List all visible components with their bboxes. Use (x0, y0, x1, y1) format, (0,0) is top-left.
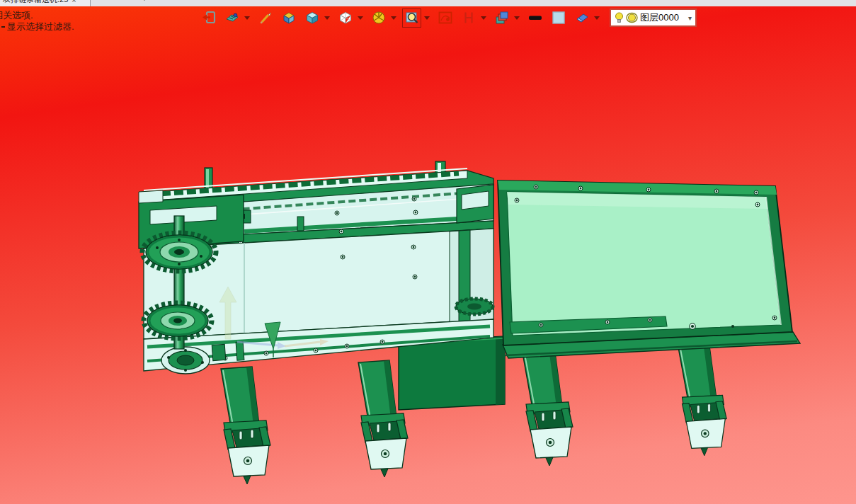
view-orientation-icon[interactable] (224, 10, 240, 26)
shaded-view-icon[interactable] (304, 10, 320, 26)
color-swatch-icon[interactable] (550, 10, 566, 26)
dropdown-arrow-icon[interactable] (324, 16, 330, 20)
dropdown-arrow-icon[interactable] (244, 16, 250, 20)
section-grid-icon[interactable] (460, 10, 476, 26)
drive-gear-face[interactable] (161, 347, 210, 374)
leveling-foot (526, 402, 573, 466)
end-bearing-block[interactable] (457, 185, 493, 223)
leveling-foot (224, 420, 270, 484)
table-top[interactable] (498, 181, 792, 345)
open-box-icon[interactable] (280, 10, 297, 26)
zoom-area-icon[interactable] (404, 10, 420, 26)
table-leg-right[interactable] (678, 346, 726, 456)
line-weight-icon[interactable] (527, 10, 543, 26)
section-sphere-icon[interactable] (370, 10, 387, 26)
display-stack-icon[interactable] (493, 10, 510, 26)
electric-box[interactable] (399, 336, 505, 410)
application-window: 双排链条输送机.25 × + 相关选项. 显示选择过滤器. (0, 0, 856, 504)
tab-bar: 双排链条输送机.25 × + (0, 0, 856, 6)
conveyor-assembly[interactable] (139, 161, 505, 484)
pen-icon[interactable] (257, 10, 273, 26)
dropdown-arrow-icon[interactable] (594, 16, 600, 20)
conveyor-leg-left[interactable] (221, 367, 270, 484)
motion-curve-icon[interactable] (437, 10, 453, 26)
view-toolbar: 图层0000 ▾ (200, 8, 697, 28)
document-tab[interactable]: 双排链条输送机.25 × (0, 0, 91, 6)
overlay-text-line1: 相关选项. (0, 10, 33, 21)
dropdown-arrow-icon[interactable] (391, 16, 396, 20)
leveling-foot (361, 413, 408, 477)
layer-selector[interactable]: 图层0000 ▾ (610, 8, 697, 27)
tab-close-icon[interactable]: × (72, 0, 76, 4)
document-tab-title: 双排链条输送机.25 (3, 0, 68, 5)
dropdown-arrow-icon[interactable] (424, 16, 430, 20)
3d-model-conveyor-assembly[interactable] (0, 6, 856, 504)
light-bulb-icon (615, 12, 624, 23)
table-assembly[interactable] (498, 181, 800, 466)
dropdown-arrow-icon[interactable] (481, 16, 486, 20)
dropdown-arrow-icon[interactable] (514, 16, 520, 20)
layer-dropdown-icon[interactable]: ▾ (688, 14, 692, 22)
table-leg-left[interactable] (522, 348, 573, 466)
leveling-foot (683, 395, 727, 456)
dropdown-arrow-icon[interactable] (358, 16, 363, 20)
cad-viewport[interactable]: 相关选项. 显示选择过滤器. (0, 6, 856, 504)
layer-selector-value: 图层0000 (640, 11, 679, 24)
wireframe-view-icon[interactable] (337, 10, 353, 26)
exit-sketch-icon[interactable] (200, 10, 217, 26)
eraser-icon[interactable] (573, 10, 590, 26)
overlay-text-line2: 显示选择过滤器. (1, 21, 74, 32)
layer-color-icon (626, 12, 638, 23)
new-tab-button[interactable]: + (139, 0, 150, 6)
